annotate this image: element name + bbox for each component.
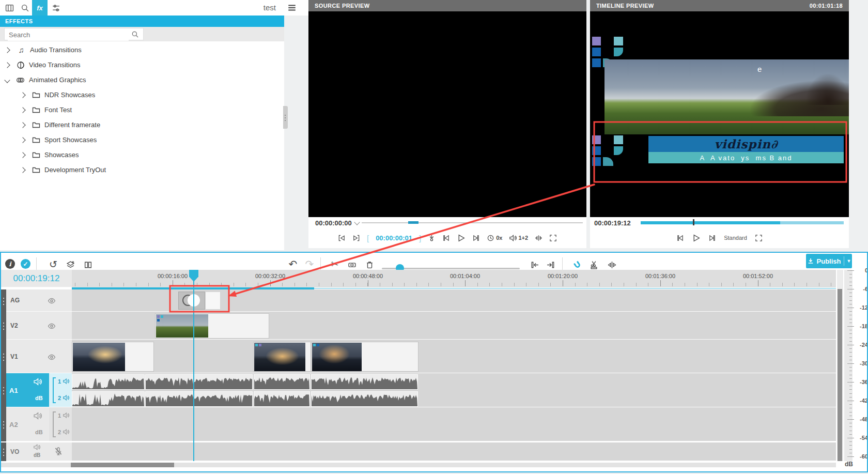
audio-waveform-clip[interactable] <box>145 374 253 390</box>
audio-channels-button[interactable]: 1+2 <box>509 234 528 242</box>
chevron-right-icon[interactable] <box>20 152 25 158</box>
speaker-icon[interactable] <box>63 429 69 435</box>
track-header-ag[interactable]: AG <box>6 289 72 312</box>
previous-frame-icon[interactable] <box>676 234 684 242</box>
add-layer-button[interactable] <box>65 259 75 270</box>
play-icon[interactable] <box>457 234 466 242</box>
track-content-ag[interactable] <box>72 289 836 312</box>
video-clip[interactable] <box>311 342 419 372</box>
tree-item-ndr-showcases[interactable]: NDR Showcases <box>0 87 283 102</box>
vertical-scrollbar[interactable] <box>837 270 843 461</box>
tree-item-video-transitions[interactable]: Video Transitions <box>0 57 283 72</box>
previous-frame-icon[interactable] <box>442 234 450 242</box>
search-tab[interactable] <box>18 1 32 14</box>
speaker-icon[interactable] <box>33 444 40 451</box>
info-button[interactable]: i <box>5 259 15 269</box>
timeline-preview-video[interactable]: e vidispin∂ A A vato ys ms B and <box>590 11 849 217</box>
audio-waveform-clip[interactable] <box>145 391 253 407</box>
mic-muted-icon[interactable] <box>54 447 63 456</box>
cut-button[interactable]: ✂ <box>329 258 340 270</box>
track-drag-handle[interactable] <box>1 442 6 461</box>
speaker-icon[interactable] <box>33 377 42 386</box>
video-clip[interactable] <box>253 342 311 372</box>
razor-button[interactable] <box>347 259 357 270</box>
undo-button[interactable]: ↶ <box>287 258 299 270</box>
track-header-v1[interactable]: V1 <box>6 340 72 373</box>
scrollbar-thumb[interactable] <box>838 289 842 461</box>
delete-button[interactable] <box>364 259 375 270</box>
reset-button[interactable]: ↺ <box>48 258 59 270</box>
match-frame-icon[interactable] <box>428 234 436 242</box>
tree-item-audio-transitions[interactable]: ♫Audio Transitions <box>0 42 283 57</box>
channel-label[interactable]: 1 <box>58 378 61 385</box>
timeline-preview-timecode[interactable]: 00:00:19:12 <box>594 219 631 227</box>
search-input[interactable] <box>8 28 129 41</box>
chevron-right-icon[interactable] <box>4 62 10 68</box>
go-to-in-icon[interactable] <box>338 234 346 242</box>
eye-icon[interactable] <box>48 353 56 361</box>
track-header-a2[interactable]: A2 dB <box>6 407 49 441</box>
chevron-down-icon[interactable] <box>354 219 360 225</box>
audio-waveform-clip[interactable] <box>311 374 418 390</box>
channel-label[interactable]: 2 <box>58 395 61 401</box>
media-bin-tab[interactable] <box>2 1 17 14</box>
graphics-clip-tail[interactable] <box>205 292 221 310</box>
graphics-clip[interactable] <box>178 292 205 310</box>
quality-selector[interactable]: Standard <box>724 235 747 241</box>
audio-waveform-clip[interactable] <box>311 391 418 407</box>
scrollbar-thumb[interactable] <box>71 463 174 467</box>
source-scrub-bar[interactable] <box>362 222 583 223</box>
timeline-ruler[interactable]: 00:00:16:0000:00:32:0000:00:48:0000:01:0… <box>0 270 868 287</box>
track-drag-handle[interactable] <box>1 373 6 407</box>
go-to-out-icon[interactable] <box>352 234 360 242</box>
chevron-right-icon[interactable] <box>20 167 25 173</box>
eye-icon[interactable] <box>48 322 56 330</box>
tree-item-different-framerate[interactable]: Different framerate <box>0 117 283 132</box>
next-frame-icon[interactable] <box>472 234 480 242</box>
track-content-v2[interactable] <box>72 312 836 340</box>
ripple-right-button[interactable] <box>545 259 555 270</box>
tree-item-development-tryout[interactable]: Development TryOut <box>0 162 283 177</box>
panel-collapse-handle[interactable] <box>283 106 288 129</box>
next-frame-icon[interactable] <box>708 234 716 242</box>
approve-button[interactable]: ✓ <box>21 259 30 269</box>
panel-menu-button[interactable] <box>285 2 299 13</box>
speaker-icon[interactable] <box>63 412 69 419</box>
ripple-left-button[interactable] <box>530 259 540 270</box>
playhead-line[interactable] <box>193 281 194 461</box>
speaker-icon[interactable] <box>63 378 69 385</box>
track-header-vo[interactable]: VO dB <box>6 442 72 461</box>
fullscreen-icon[interactable] <box>549 234 557 242</box>
audio-waveform-clip[interactable] <box>254 374 310 390</box>
effects-tab[interactable]: fx <box>32 0 48 16</box>
gain-label[interactable]: dB <box>35 429 43 435</box>
track-header-v2[interactable]: V2 <box>6 312 72 340</box>
search-icon[interactable] <box>131 30 139 38</box>
speaker-icon[interactable] <box>33 411 42 420</box>
audio-waveform-clip[interactable] <box>72 391 145 407</box>
channel-label[interactable]: 1 <box>58 412 61 419</box>
channel-label[interactable]: 2 <box>58 429 61 435</box>
settings-tab[interactable] <box>49 1 63 14</box>
fullscreen-icon[interactable] <box>755 234 763 242</box>
gain-label[interactable]: dB <box>34 452 40 458</box>
cut-at-playhead-button[interactable] <box>588 259 599 270</box>
chevron-down-icon[interactable] <box>4 77 10 83</box>
horizontal-scrollbar[interactable] <box>1 463 836 467</box>
source-timecode[interactable]: 00:00:00:00 <box>315 219 352 227</box>
tree-item-animated-graphics[interactable]: Animated Graphics <box>0 72 283 87</box>
fit-width-icon[interactable] <box>535 234 542 242</box>
video-clip[interactable] <box>72 342 154 372</box>
play-icon[interactable] <box>692 234 701 242</box>
publish-button[interactable]: Publish ▼ <box>806 254 852 268</box>
playback-speed[interactable]: 0x <box>487 234 502 242</box>
track-drag-handle[interactable] <box>1 312 6 340</box>
track-content-a2[interactable] <box>72 407 836 441</box>
gain-label[interactable]: dB <box>35 395 43 401</box>
track-drag-handle[interactable] <box>1 407 6 441</box>
audio-waveform-clip[interactable] <box>254 391 310 407</box>
audio-waveform-clip[interactable] <box>72 374 145 390</box>
eye-icon[interactable] <box>48 297 56 305</box>
chevron-right-icon[interactable] <box>20 122 25 128</box>
source-frame-offset[interactable]: 00:00:00:01 <box>376 234 412 242</box>
